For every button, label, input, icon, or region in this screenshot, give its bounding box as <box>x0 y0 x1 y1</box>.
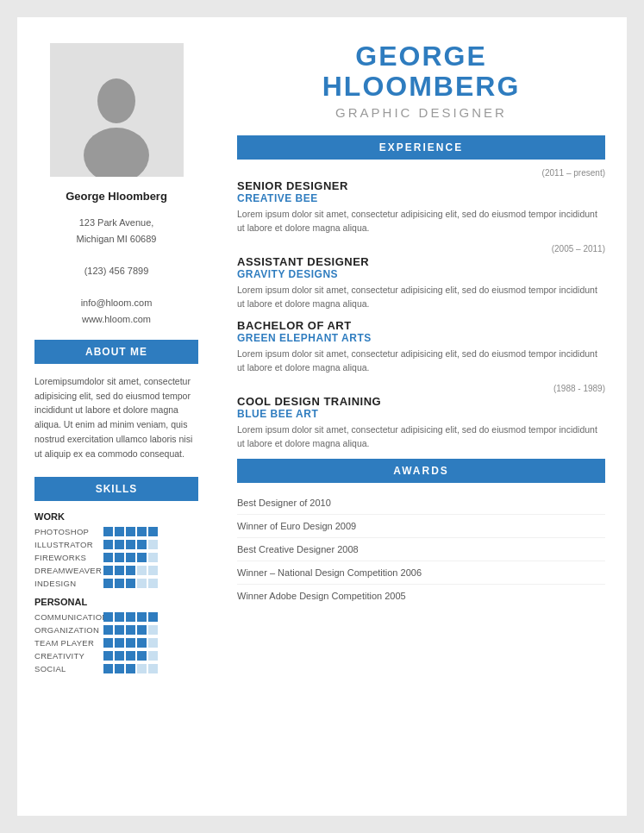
skill-bars <box>103 566 158 575</box>
skill-label: ORGANIZATION <box>34 625 103 635</box>
bar-filled <box>148 612 158 622</box>
bar-filled <box>103 553 113 562</box>
exp-company: CREATIVE BEE <box>237 192 605 204</box>
exp-desc: Lorem ipsum dolor sit amet, consectetur … <box>237 423 605 451</box>
job-entry: BACHELOR OF ARTGREEN ELEPHANT ARTSLorem … <box>237 319 605 375</box>
personal-skills-section: PERSONAL COMMUNICATIONORGANIZATIONTEAM P… <box>34 597 198 673</box>
bar-filled <box>137 638 147 648</box>
contact-name: George Hloomberg <box>34 190 198 203</box>
bar-filled <box>115 651 124 661</box>
bar-filled <box>126 651 135 661</box>
bar-filled <box>148 527 158 536</box>
bar-filled <box>115 527 124 536</box>
skill-row: COMMUNICATION <box>34 612 198 622</box>
skill-row: SOCIAL <box>34 664 198 673</box>
bar-filled <box>137 553 147 562</box>
bar-empty <box>137 664 147 673</box>
first-name: GEORGE <box>237 41 605 72</box>
skill-label: SOCIAL <box>34 664 103 673</box>
exp-date: (2005 – 2011) <box>237 244 605 254</box>
skill-bars <box>103 527 158 536</box>
work-skills-title: WORK <box>34 511 198 522</box>
award-item: Best Designer of 2010 <box>237 492 605 515</box>
exp-job-title: BACHELOR OF ART <box>237 319 605 332</box>
bar-filled <box>126 664 135 673</box>
exp-company: BLUE BEE ART <box>237 408 605 420</box>
skill-row: CREATIVITY <box>34 651 198 661</box>
about-me-header: ABOUT ME <box>34 340 198 364</box>
skill-row: ORGANIZATION <box>34 625 198 635</box>
bar-filled <box>137 612 147 622</box>
skill-label: INDESIGN <box>34 579 103 588</box>
skill-bars <box>103 625 158 635</box>
bar-empty <box>137 566 147 575</box>
address-line2: Michigan MI 60689 <box>34 231 198 247</box>
phone: (123) 456 7899 <box>34 263 198 279</box>
bar-filled <box>115 638 124 648</box>
skill-bars <box>103 651 158 661</box>
skill-label: DREAMWEAVER <box>34 566 103 575</box>
about-text: Loremipsumdolor sit amet, consectetur ad… <box>34 374 198 461</box>
job-entry: (1988 - 1989)COOL DESIGN TRAININGBLUE BE… <box>237 384 605 451</box>
bar-filled <box>126 527 135 536</box>
name-block: GEORGE HLOOMBERG GRAPHIC DESIGNER <box>237 41 605 120</box>
skill-label: ILLUSTRATOR <box>34 540 103 549</box>
bar-filled <box>115 540 124 549</box>
exp-desc: Lorem ipsum dolor sit amet, consectetur … <box>237 348 605 375</box>
award-item: Winner – National Design Competition 200… <box>237 561 605 585</box>
skill-label: FIREWORKS <box>34 553 103 562</box>
skills-header: SKILLS <box>34 477 198 501</box>
website: www.hloom.com <box>34 311 198 328</box>
bar-filled <box>137 527 147 536</box>
exp-desc: Lorem ipsum dolor sit amet, consectetur … <box>237 284 605 311</box>
bar-empty <box>148 625 158 635</box>
svg-point-0 <box>97 78 135 123</box>
bar-empty <box>137 579 147 588</box>
bar-filled <box>115 625 124 635</box>
experience-header: EXPERIENCE <box>237 135 605 160</box>
bar-filled <box>103 638 113 648</box>
awards-header: AWARDS <box>237 459 605 483</box>
bar-filled <box>126 540 135 549</box>
address-line1: 123 Park Avenue, <box>34 215 198 231</box>
bar-filled <box>126 612 135 622</box>
skill-bars <box>103 638 158 648</box>
bar-empty <box>148 540 158 549</box>
exp-desc: Lorem ipsum dolor sit amet, consectetur … <box>237 208 605 235</box>
award-item: Best Creative Designer 2008 <box>237 538 605 561</box>
skill-bars <box>103 553 158 562</box>
personal-skills-title: PERSONAL <box>34 597 198 607</box>
svg-point-1 <box>84 128 149 177</box>
bar-filled <box>115 579 124 588</box>
bar-empty <box>148 664 158 673</box>
personal-skills-list: COMMUNICATIONORGANIZATIONTEAM PLAYERCREA… <box>34 612 198 673</box>
skill-label: TEAM PLAYER <box>34 638 103 648</box>
bar-empty <box>148 638 158 648</box>
skill-label: CREATIVITY <box>34 651 103 661</box>
bar-filled <box>103 625 113 635</box>
bar-filled <box>103 664 113 673</box>
jobs-list: (2011 – present)SENIOR DESIGNERCREATIVE … <box>237 168 605 450</box>
skill-label: PHOTOSHOP <box>34 527 103 536</box>
right-column: GEORGE HLOOMBERG GRAPHIC DESIGNER EXPERI… <box>216 17 627 816</box>
bar-filled <box>103 527 113 536</box>
skill-row: FIREWORKS <box>34 553 198 562</box>
bar-filled <box>137 625 147 635</box>
skill-row: DREAMWEAVER <box>34 566 198 575</box>
skill-bars <box>103 664 158 673</box>
bar-empty <box>148 651 158 661</box>
awards-list: Best Designer of 2010Winner of Euro Desi… <box>237 492 605 607</box>
bar-filled <box>115 664 124 673</box>
bar-filled <box>126 553 135 562</box>
bar-empty <box>148 566 158 575</box>
skill-bars <box>103 612 158 622</box>
skill-row: ILLUSTRATOR <box>34 540 198 549</box>
exp-date: (1988 - 1989) <box>237 384 605 393</box>
contact-info: 123 Park Avenue, Michigan MI 60689 (123)… <box>34 215 198 328</box>
skill-bars <box>103 579 158 588</box>
bar-filled <box>126 566 135 575</box>
bar-filled <box>137 651 147 661</box>
last-name: HLOOMBERG <box>237 72 605 102</box>
left-column: George Hloomberg 123 Park Avenue, Michig… <box>17 17 216 816</box>
bar-empty <box>148 579 158 588</box>
